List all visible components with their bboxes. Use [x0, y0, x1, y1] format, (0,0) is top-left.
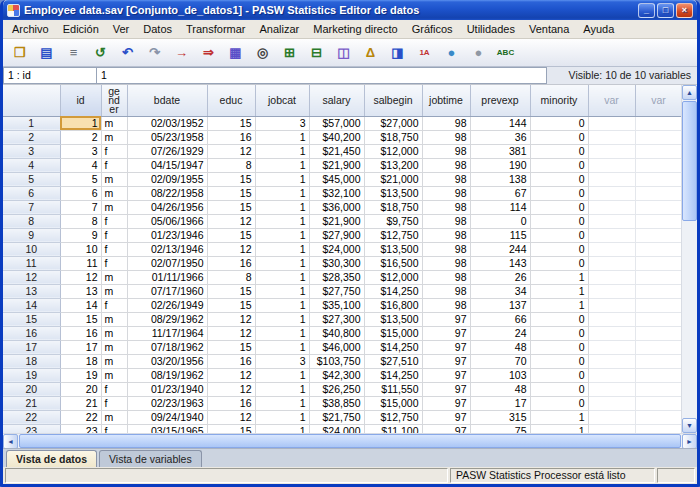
cell[interactable]: m	[101, 284, 127, 298]
cell-empty[interactable]	[588, 256, 635, 270]
cell[interactable]: 8	[207, 158, 255, 172]
cell[interactable]: m	[101, 340, 127, 354]
redo-icon[interactable]: ↷	[142, 41, 167, 64]
cell[interactable]: 12	[207, 312, 255, 326]
cell[interactable]: 5	[60, 172, 101, 186]
menu-item-utilidades[interactable]: Utilidades	[460, 20, 522, 38]
cell[interactable]: 0	[530, 200, 588, 214]
cell[interactable]: $9,750	[364, 214, 422, 228]
vertical-scrollbar[interactable]: ▲ ▼	[681, 85, 697, 433]
cell[interactable]: 0	[530, 144, 588, 158]
cell[interactable]: 1	[255, 186, 309, 200]
insert-variable-icon[interactable]: ⊟	[304, 41, 329, 64]
cell[interactable]: 36	[470, 130, 530, 144]
cell[interactable]: 48	[470, 340, 530, 354]
cell[interactable]: $13,200	[364, 158, 422, 172]
cell[interactable]: 15	[207, 172, 255, 186]
cell[interactable]: 02/26/1949	[127, 298, 207, 312]
cell[interactable]: 98	[422, 242, 470, 256]
horizontal-scroll-thumb[interactable]	[19, 434, 681, 448]
scroll-right-button[interactable]: ►	[682, 434, 697, 449]
cell[interactable]: 1	[255, 200, 309, 214]
cell[interactable]: 1	[530, 270, 588, 284]
row-number[interactable]: 8	[3, 214, 60, 228]
row-number[interactable]: 22	[3, 410, 60, 424]
cell[interactable]: $21,900	[309, 158, 364, 172]
cell[interactable]: $16,800	[364, 298, 422, 312]
cell[interactable]: $103,750	[309, 354, 364, 368]
cell[interactable]: $14,250	[364, 368, 422, 382]
undo-icon[interactable]: ↶	[115, 41, 140, 64]
row-number[interactable]: 11	[3, 256, 60, 270]
column-header-salary[interactable]: salary	[309, 85, 364, 116]
cell[interactable]: f	[101, 158, 127, 172]
cell-empty[interactable]	[588, 368, 635, 382]
cell[interactable]: 08/19/1962	[127, 368, 207, 382]
cell[interactable]: 0	[530, 158, 588, 172]
cell[interactable]: 07/18/1962	[127, 340, 207, 354]
cell[interactable]: 9	[60, 228, 101, 242]
cell[interactable]: 12	[207, 242, 255, 256]
tab-variable-view[interactable]: Vista de variables	[99, 450, 202, 467]
cell[interactable]: $18,750	[364, 200, 422, 214]
cell-empty[interactable]	[635, 186, 681, 200]
menu-item-ver[interactable]: Ver	[106, 20, 137, 38]
cell[interactable]: 97	[422, 312, 470, 326]
cell[interactable]: m	[101, 186, 127, 200]
menu-item-graficos[interactable]: Gráficos	[405, 20, 460, 38]
cell-empty[interactable]	[588, 424, 635, 433]
cell[interactable]: $21,750	[309, 410, 364, 424]
cell[interactable]: 97	[422, 340, 470, 354]
cell[interactable]: 144	[470, 116, 530, 130]
scroll-left-button[interactable]: ◄	[3, 434, 18, 449]
cell[interactable]: $40,200	[309, 130, 364, 144]
cell[interactable]: 15	[207, 340, 255, 354]
cell[interactable]: 0	[530, 242, 588, 256]
cell-empty[interactable]	[635, 396, 681, 410]
cell[interactable]: $14,250	[364, 284, 422, 298]
cell[interactable]: 1	[255, 410, 309, 424]
menu-item-ventana[interactable]: Ventana	[522, 20, 576, 38]
cell[interactable]: 04/15/1947	[127, 158, 207, 172]
cell[interactable]: 13	[60, 284, 101, 298]
cell[interactable]: 09/24/1940	[127, 410, 207, 424]
cell[interactable]: 1	[255, 158, 309, 172]
cell[interactable]: 98	[422, 214, 470, 228]
cell[interactable]: 03/20/1956	[127, 354, 207, 368]
cell[interactable]: 48	[470, 382, 530, 396]
cell[interactable]: $18,750	[364, 130, 422, 144]
row-number[interactable]: 10	[3, 242, 60, 256]
cell[interactable]: 98	[422, 200, 470, 214]
menu-item-edicion[interactable]: Edición	[56, 20, 106, 38]
cell[interactable]: 17	[470, 396, 530, 410]
cell[interactable]: 16	[207, 130, 255, 144]
cell-empty[interactable]	[635, 326, 681, 340]
cell[interactable]: $45,000	[309, 172, 364, 186]
cell[interactable]: 07/26/1929	[127, 144, 207, 158]
row-number[interactable]: 6	[3, 186, 60, 200]
cell[interactable]: 16	[207, 354, 255, 368]
value-labels-icon[interactable]: 1A	[412, 41, 437, 64]
cell[interactable]: 1	[255, 214, 309, 228]
cell[interactable]: 05/06/1966	[127, 214, 207, 228]
cell[interactable]: $27,900	[309, 228, 364, 242]
cell[interactable]: 08/29/1962	[127, 312, 207, 326]
cell[interactable]: 02/03/1952	[127, 116, 207, 130]
scroll-down-button[interactable]: ▼	[682, 418, 697, 433]
cell[interactable]: 34	[470, 284, 530, 298]
cell[interactable]: 07/17/1960	[127, 284, 207, 298]
cell[interactable]: m	[101, 312, 127, 326]
cell[interactable]: 97	[422, 354, 470, 368]
cell-empty[interactable]	[588, 298, 635, 312]
cell[interactable]: m	[101, 410, 127, 424]
cell[interactable]: 0	[530, 130, 588, 144]
cell[interactable]: $46,000	[309, 340, 364, 354]
cell[interactable]: 1	[255, 130, 309, 144]
cell-empty[interactable]	[588, 270, 635, 284]
cell[interactable]: 381	[470, 144, 530, 158]
cell[interactable]: $40,800	[309, 326, 364, 340]
cell[interactable]: $13,500	[364, 186, 422, 200]
cell-empty[interactable]	[588, 326, 635, 340]
open-file-icon[interactable]: ❒	[7, 41, 32, 64]
cell[interactable]: 1	[255, 144, 309, 158]
